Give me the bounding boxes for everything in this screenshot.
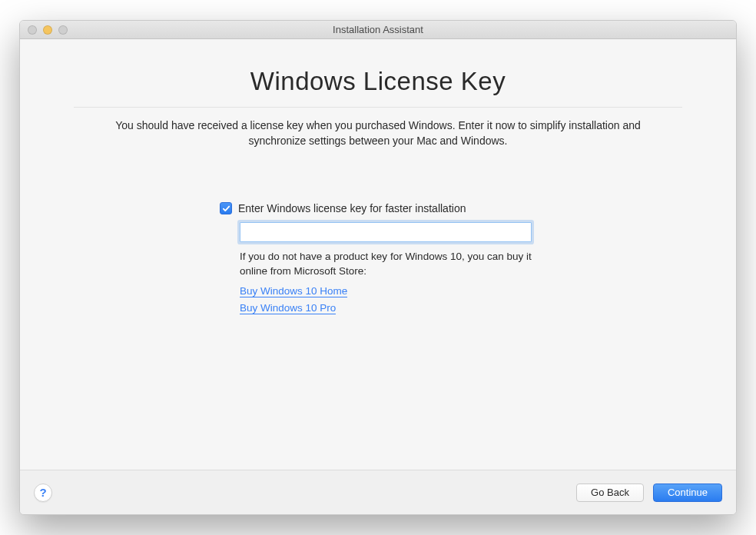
store-hint: If you do not have a product key for Win… [240,250,532,279]
buy-windows-home-link[interactable]: Buy Windows 10 Home [240,285,347,297]
enter-key-checkbox[interactable] [220,202,232,214]
continue-button[interactable]: Continue [653,483,722,502]
buy-windows-pro-link[interactable]: Buy Windows 10 Pro [240,302,336,314]
help-icon: ? [39,486,46,499]
footer: ? Go Back Continue [20,470,736,514]
window-title: Installation Assistant [20,24,736,35]
license-form: Enter Windows license key for faster ins… [240,202,547,319]
help-button[interactable]: ? [34,483,52,502]
license-key-input[interactable] [240,222,532,242]
page-description: You should have received a license key w… [86,118,670,148]
page-title: Windows License Key [250,67,506,96]
window-controls [20,25,68,35]
go-back-button[interactable]: Go Back [576,483,644,502]
maximize-icon[interactable] [58,25,68,35]
installer-window: Installation Assistant Windows License K… [19,20,737,515]
titlebar: Installation Assistant [20,21,736,39]
checkbox-label: Enter Windows license key for faster ins… [238,202,466,214]
close-icon[interactable] [28,25,37,35]
checkmark-icon [222,204,230,213]
divider [74,107,682,108]
content-area: Windows License Key You should have rece… [20,39,736,470]
minimize-icon[interactable] [43,25,52,35]
checkbox-row: Enter Windows license key for faster ins… [220,202,547,214]
